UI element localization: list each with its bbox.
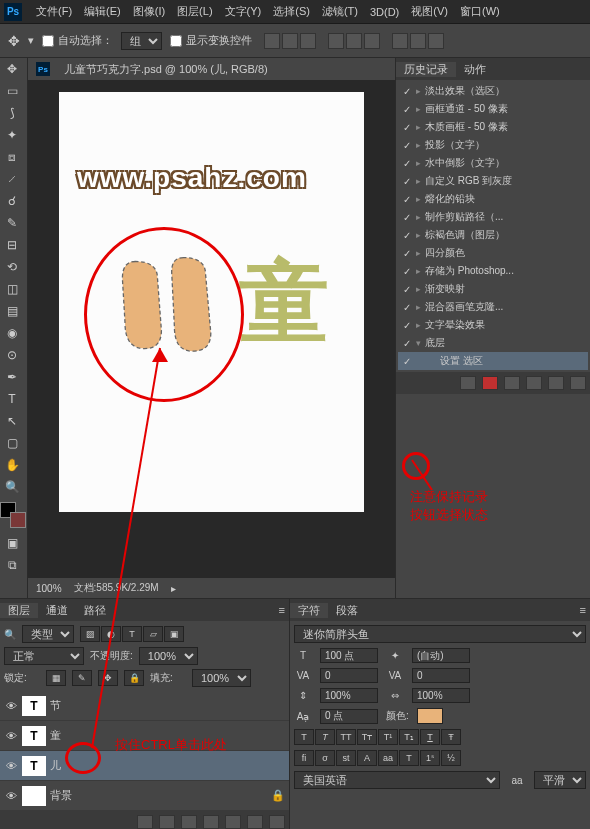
- crop-tool[interactable]: ⧈: [0, 146, 24, 168]
- stamp-tool[interactable]: ⊟: [0, 234, 24, 256]
- history-item[interactable]: ✓▸文字晕染效果: [398, 316, 588, 334]
- underline-icon[interactable]: T: [420, 729, 440, 745]
- menu-select[interactable]: 选择(S): [267, 4, 316, 19]
- history-item[interactable]: ✓▸投影（文字）: [398, 136, 588, 154]
- record-icon[interactable]: [482, 376, 498, 390]
- visibility-icon[interactable]: 👁: [4, 700, 18, 712]
- quickmask-tool[interactable]: ▣: [0, 532, 24, 554]
- bold-icon[interactable]: T: [294, 729, 314, 745]
- heal-tool[interactable]: ☌: [0, 190, 24, 212]
- new-layer-icon[interactable]: [247, 815, 263, 829]
- history-item[interactable]: ✓▾底层: [398, 334, 588, 352]
- distribute-icon[interactable]: [428, 33, 444, 49]
- align-icon[interactable]: [328, 33, 344, 49]
- menu-type[interactable]: 文字(Y): [219, 4, 268, 19]
- history-item[interactable]: ✓▸自定义 RGB 到灰度: [398, 172, 588, 190]
- history-item[interactable]: ✓▸混合器画笔克隆...: [398, 298, 588, 316]
- vscale[interactable]: [320, 688, 378, 703]
- tab-actions[interactable]: 动作: [456, 62, 494, 77]
- filter-image-icon[interactable]: ▨: [80, 626, 100, 642]
- fx-icon[interactable]: [159, 815, 175, 829]
- italic-icon[interactable]: T: [315, 729, 335, 745]
- bg-color[interactable]: [10, 512, 26, 528]
- distribute-icon[interactable]: [392, 33, 408, 49]
- menu-3d[interactable]: 3D(D): [364, 6, 405, 18]
- dodge-tool[interactable]: ⊙: [0, 344, 24, 366]
- screenmode-tool[interactable]: ⧉: [0, 554, 24, 576]
- text-color[interactable]: [417, 708, 443, 724]
- visibility-icon[interactable]: 👁: [4, 730, 18, 742]
- filter-adjust-icon[interactable]: ◐: [101, 626, 121, 642]
- brush-tool[interactable]: ✎: [0, 212, 24, 234]
- history-item-selected[interactable]: ✓设置 选区: [398, 352, 588, 370]
- lasso-tool[interactable]: ⟆: [0, 102, 24, 124]
- align-icon[interactable]: [300, 33, 316, 49]
- font-family[interactable]: 迷你简胖头鱼: [294, 625, 586, 643]
- filter-smart-icon[interactable]: ▣: [164, 626, 184, 642]
- layer-item[interactable]: 👁 T 节: [0, 691, 289, 721]
- type-tool[interactable]: T: [0, 388, 24, 410]
- hscale[interactable]: [412, 688, 470, 703]
- ot-icon[interactable]: st: [336, 750, 356, 766]
- history-item[interactable]: ✓▸棕褐色调（图层）: [398, 226, 588, 244]
- history-item[interactable]: ✓▸画框通道 - 50 像素: [398, 100, 588, 118]
- kerning[interactable]: [320, 668, 378, 683]
- layer-item-selected[interactable]: 👁 T 儿: [0, 751, 289, 781]
- panel-menu-icon[interactable]: ≡: [279, 604, 285, 616]
- link-icon[interactable]: [137, 815, 153, 829]
- new-icon[interactable]: [548, 376, 564, 390]
- info-arrow-icon[interactable]: ▸: [171, 583, 176, 594]
- show-transform-check[interactable]: 显示变换控件: [170, 33, 252, 48]
- marquee-tool[interactable]: ▭: [0, 80, 24, 102]
- font-size[interactable]: [320, 648, 378, 663]
- ot-icon[interactable]: T: [399, 750, 419, 766]
- blend-mode[interactable]: 正常: [4, 647, 84, 665]
- layer-item[interactable]: 👁 背景 🔒: [0, 781, 289, 811]
- ot-icon[interactable]: 1ˢ: [420, 750, 440, 766]
- antialias[interactable]: 平滑: [534, 771, 586, 789]
- allcaps-icon[interactable]: TT: [336, 729, 356, 745]
- history-item[interactable]: ✓▸淡出效果（选区）: [398, 82, 588, 100]
- hand-tool[interactable]: ✋: [0, 454, 24, 476]
- eyedropper-tool[interactable]: ⟋: [0, 168, 24, 190]
- trash-icon[interactable]: [269, 815, 285, 829]
- baseline[interactable]: [320, 709, 378, 724]
- wand-tool[interactable]: ✦: [0, 124, 24, 146]
- history-item[interactable]: ✓▸木质画框 - 50 像素: [398, 118, 588, 136]
- superscript-icon[interactable]: T¹: [378, 729, 398, 745]
- history-item[interactable]: ✓▸制作剪贴路径（...: [398, 208, 588, 226]
- zoom-level[interactable]: 100%: [36, 583, 62, 594]
- new-folder-icon[interactable]: [526, 376, 542, 390]
- layer-filter-kind[interactable]: 类型: [22, 625, 74, 643]
- history-item[interactable]: ✓▸四分颜色: [398, 244, 588, 262]
- blur-tool[interactable]: ◉: [0, 322, 24, 344]
- ot-icon[interactable]: ½: [441, 750, 461, 766]
- visibility-icon[interactable]: 👁: [4, 760, 18, 772]
- menu-file[interactable]: 文件(F): [30, 4, 78, 19]
- menu-edit[interactable]: 编辑(E): [78, 4, 127, 19]
- align-icon[interactable]: [346, 33, 362, 49]
- align-icon[interactable]: [282, 33, 298, 49]
- filter-type-icon[interactable]: T: [122, 626, 142, 642]
- history-brush-tool[interactable]: ⟲: [0, 256, 24, 278]
- pen-tool[interactable]: ✒: [0, 366, 24, 388]
- lock-all-icon[interactable]: 🔒: [124, 670, 144, 686]
- menu-window[interactable]: 窗口(W): [454, 4, 506, 19]
- lock-pixels-icon[interactable]: ▦: [46, 670, 66, 686]
- filter-shape-icon[interactable]: ▱: [143, 626, 163, 642]
- auto-select-type[interactable]: 组: [121, 32, 162, 50]
- tab-paragraph[interactable]: 段落: [328, 603, 366, 618]
- gradient-tool[interactable]: ▤: [0, 300, 24, 322]
- distribute-icon[interactable]: [410, 33, 426, 49]
- smallcaps-icon[interactable]: Tᴛ: [357, 729, 377, 745]
- subscript-icon[interactable]: T₁: [399, 729, 419, 745]
- tool-preset-icon[interactable]: ▾: [28, 34, 34, 47]
- tracking[interactable]: [412, 668, 470, 683]
- align-icon[interactable]: [264, 33, 280, 49]
- tab-paths[interactable]: 路径: [76, 603, 114, 618]
- history-item[interactable]: ✓▸水中倒影（文字）: [398, 154, 588, 172]
- menu-filter[interactable]: 滤镜(T): [316, 4, 364, 19]
- ot-icon[interactable]: aa: [378, 750, 398, 766]
- play-icon[interactable]: [504, 376, 520, 390]
- strike-icon[interactable]: Ŧ: [441, 729, 461, 745]
